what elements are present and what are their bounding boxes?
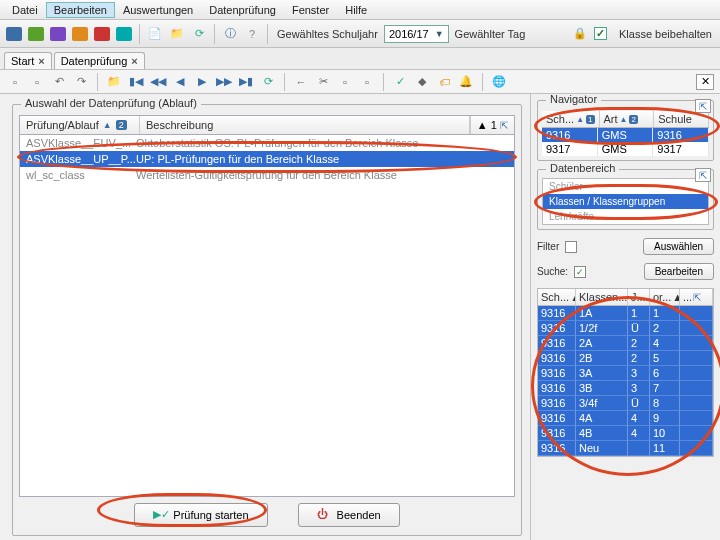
play-check-icon: ▶✓: [153, 508, 167, 522]
nav-col-schule[interactable]: Sch...▲1: [542, 111, 600, 127]
keep-class-checkbox[interactable]: ✓: [594, 27, 607, 40]
table-row[interactable]: 93161A11: [538, 306, 713, 321]
select-button[interactable]: Auswählen: [643, 238, 714, 255]
tabbar: Start × Datenprüfung ×: [0, 48, 720, 70]
close-panel-button[interactable]: ✕: [696, 74, 714, 90]
edit-button[interactable]: Bearbeiten: [644, 263, 714, 280]
end-label: Beenden: [337, 509, 381, 521]
menubar: Datei Bearbeiten Auswertungen Datenprüfu…: [0, 0, 720, 20]
redo-icon[interactable]: ↷: [72, 73, 90, 91]
refresh-icon[interactable]: ⟳: [189, 24, 209, 44]
list-item[interactable]: Schüler: [543, 179, 708, 194]
menu-auswertungen[interactable]: Auswertungen: [115, 2, 201, 18]
table-row[interactable]: 93162B25: [538, 351, 713, 366]
tag-icon[interactable]: 🏷: [435, 73, 453, 91]
table-row[interactable]: 93163/4fÜ8: [538, 396, 713, 411]
cycle-icon[interactable]: ⟳: [259, 73, 277, 91]
paste-icon[interactable]: ▫: [358, 73, 376, 91]
exit-icon: ⏻: [317, 508, 331, 522]
help-icon[interactable]: ?: [242, 24, 262, 44]
doc-icon[interactable]: 📄: [145, 24, 165, 44]
table-row[interactable]: 9316Neu11: [538, 441, 713, 456]
cut-icon[interactable]: ✂: [314, 73, 332, 91]
table-row[interactable]: ASVKlasse__UP__P... UP: PL-Prüfungen für…: [20, 151, 514, 167]
menu-hilfe[interactable]: Hilfe: [337, 2, 375, 18]
open-icon[interactable]: ▫: [28, 73, 46, 91]
tool-icon[interactable]: ◆: [413, 73, 431, 91]
menu-fenster[interactable]: Fenster: [284, 2, 337, 18]
menu-datei[interactable]: Datei: [4, 2, 46, 18]
fwd-icon[interactable]: ▶▶: [215, 73, 233, 91]
info-icon[interactable]: ⓘ: [220, 24, 240, 44]
tool-icon-1[interactable]: [4, 24, 24, 44]
schuljahr-value: 2016/17: [389, 28, 429, 40]
col-end[interactable]: ▲ 1 ⇱: [470, 116, 514, 134]
col-pruefung[interactable]: Prüfung/Ablauf ▲ 2: [20, 116, 140, 134]
bell-icon[interactable]: 🔔: [457, 73, 475, 91]
pin-icon[interactable]: ⇱: [695, 99, 711, 113]
navigator-title: Navigator: [546, 94, 601, 105]
class-col-schule[interactable]: Sch...▲1: [538, 289, 576, 305]
right-pane: Navigator ⇱ Sch...▲1 Art▲2 Schule 9316 G…: [530, 94, 720, 540]
arrow-left-icon[interactable]: ←: [292, 73, 310, 91]
tool-icon-6[interactable]: [114, 24, 134, 44]
folder-icon[interactable]: 📁: [105, 73, 123, 91]
undo-icon[interactable]: ↶: [50, 73, 68, 91]
folder-icon[interactable]: 📁: [167, 24, 187, 44]
tab-datenpruefung[interactable]: Datenprüfung ×: [54, 52, 145, 69]
tool-icon-4[interactable]: [70, 24, 90, 44]
filter-checkbox[interactable]: [565, 241, 577, 253]
table-row[interactable]: wl_sc_class Wertelisten-Gültigkeitsprüfu…: [20, 167, 514, 183]
schuljahr-combo[interactable]: 2016/17 ▼: [384, 25, 449, 43]
table-row[interactable]: 93164A49: [538, 411, 713, 426]
table-row[interactable]: 93163A36: [538, 366, 713, 381]
class-col-j[interactable]: J...: [628, 289, 650, 305]
table-row[interactable]: 93164B410: [538, 426, 713, 441]
pin-icon[interactable]: ⇱: [695, 168, 711, 182]
table-row[interactable]: 93161/2fÜ2: [538, 321, 713, 336]
main-toolbar: 📄 📁 ⟳ ⓘ ? Gewähltes Schuljahr 2016/17 ▼ …: [0, 20, 720, 48]
list-item[interactable]: Lehrkräfte: [543, 209, 708, 224]
tool-icon-5[interactable]: [92, 24, 112, 44]
table-row[interactable]: ASVKlasse__EUV_... Oktoberstatistik OS: …: [20, 135, 514, 151]
nav-col-art[interactable]: Art▲2: [600, 111, 655, 127]
tab-datenpruefung-label: Datenprüfung: [61, 55, 128, 67]
sub-toolbar: ▫ ▫ ↶ ↷ 📁 ▮◀ ◀◀ ◀ ▶ ▶▶ ▶▮ ⟳ ← ✂ ▫ ▫ ✓ ◆ …: [0, 70, 720, 94]
play-icon[interactable]: ▶: [193, 73, 211, 91]
menu-datenpruefung[interactable]: Datenprüfung: [201, 2, 284, 18]
navigator-row[interactable]: 9316 GMS 9316: [542, 128, 709, 142]
content-area: Auswahl der Datenprüfung (Ablauf) Prüfun…: [0, 94, 720, 540]
class-col-or[interactable]: or...▲2: [650, 289, 680, 305]
search-checkbox[interactable]: ✓: [574, 266, 586, 278]
class-col-klasse[interactable]: Klassen...: [576, 289, 628, 305]
close-icon[interactable]: ×: [38, 55, 44, 67]
search-label: Suche:: [537, 266, 568, 277]
start-check-button[interactable]: ▶✓ Prüfung starten: [134, 503, 267, 527]
copy-icon[interactable]: ▫: [336, 73, 354, 91]
close-icon[interactable]: ×: [131, 55, 137, 67]
new-icon[interactable]: ▫: [6, 73, 24, 91]
prev-icon[interactable]: ◀◀: [149, 73, 167, 91]
back-icon[interactable]: ◀: [171, 73, 189, 91]
col-beschreibung[interactable]: Beschreibung: [140, 116, 470, 134]
check-icon[interactable]: ✓: [391, 73, 409, 91]
lock-icon[interactable]: 🔒: [570, 24, 590, 44]
end-button[interactable]: ⏻ Beenden: [298, 503, 400, 527]
last-icon[interactable]: ▶▮: [237, 73, 255, 91]
globe-icon[interactable]: 🌐: [490, 73, 508, 91]
group-title: Auswahl der Datenprüfung (Ablauf): [21, 97, 201, 109]
table-row[interactable]: 93162A24: [538, 336, 713, 351]
class-table-header: Sch...▲1 Klassen... J... or...▲2 ...⇱: [537, 288, 714, 306]
list-item[interactable]: Klassen / Klassengruppen: [543, 194, 708, 209]
chevron-down-icon: ▼: [435, 29, 444, 39]
class-col-rest[interactable]: ...⇱: [680, 289, 713, 305]
navigator-row[interactable]: 9317 GMS 9317: [542, 142, 709, 156]
first-icon[interactable]: ▮◀: [127, 73, 145, 91]
tool-icon-2[interactable]: [26, 24, 46, 44]
tab-start[interactable]: Start ×: [4, 52, 52, 69]
nav-col-schule2[interactable]: Schule: [654, 111, 709, 127]
tool-icon-3[interactable]: [48, 24, 68, 44]
menu-bearbeiten[interactable]: Bearbeiten: [46, 2, 115, 18]
navigator-box: Navigator ⇱ Sch...▲1 Art▲2 Schule 9316 G…: [537, 100, 714, 161]
table-row[interactable]: 93163B37: [538, 381, 713, 396]
